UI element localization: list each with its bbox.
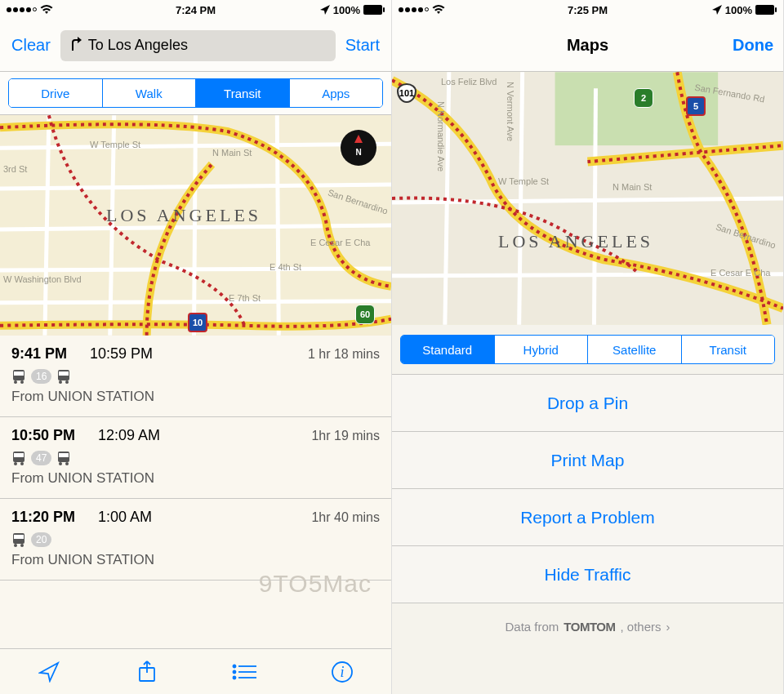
arrive-time: 10:59 PM [90,345,153,363]
svg-point-22 [14,462,17,465]
svg-rect-21 [14,453,24,457]
destination-field[interactable]: To Los Angeles [60,30,336,61]
street-label: N Main St [212,148,252,158]
svg-line-11 [277,115,278,335]
depart-time: 9:41 PM [11,345,67,363]
arrive-time: 12:09 AM [98,427,160,444]
hide-traffic-button[interactable]: Hide Traffic [392,546,783,603]
print-map-button[interactable]: Print Map [392,432,783,489]
route-item[interactable]: 11:20 PM 1:00 AM 1hr 40 mins 20 From UNI… [0,499,391,581]
depart-time: 11:20 PM [11,509,75,526]
street-label: N Normandie Ave [436,101,446,171]
settings-nav-bar: Maps Done [392,20,783,72]
svg-point-37 [234,676,236,678]
ca-route-shield-icon: 60 [355,305,375,324]
svg-rect-17 [59,371,69,376]
map-type-transit[interactable]: Transit [682,336,775,363]
svg-point-18 [59,380,62,384]
battery-percent: 100% [725,4,752,16]
svg-rect-1 [383,7,385,12]
clear-button[interactable]: Clear [7,33,56,58]
map-city-label: LOS ANGELES [498,231,653,252]
svg-point-15 [20,380,24,384]
status-bar: 7:25 PM 100% [392,0,783,20]
svg-point-14 [14,380,17,384]
screen-transit-directions: 7:24 PM 100% Clear To Los Angeles Start … [0,0,392,694]
wifi-icon [40,5,53,15]
mode-drive[interactable]: Drive [9,79,103,107]
street-label: N Vermont Ave [506,82,515,141]
street-label: W Temple St [90,140,140,149]
svg-rect-29 [14,535,24,539]
arrive-time: 1:00 AM [98,509,152,526]
route-from: From UNION STATION [11,552,380,568]
street-label: W Temple St [498,176,549,186]
bottom-toolbar: i [0,648,391,694]
bus-icon [11,369,26,384]
mode-transit[interactable]: Transit [196,79,290,107]
map-type-segmented: Standard Hybrid Satellite Transit [400,335,775,364]
report-problem-button[interactable]: Report a Problem [392,489,783,546]
bus-icon [56,451,71,465]
svg-point-26 [59,462,62,465]
map-city-label: LOS ANGELES [106,205,261,226]
cell-signal-icon [399,7,429,12]
interstate-shield-icon: 10 [188,313,207,332]
map-type-standard[interactable]: Standard [401,336,495,363]
route-badge: 47 [31,451,51,465]
transit-routes-list[interactable]: 9:41 PM 10:59 PM 1 hr 18 mins 16 From UN… [0,336,391,648]
bus-icon [11,532,26,547]
map-type-hybrid[interactable]: Hybrid [495,336,589,363]
nav-title: Maps [452,36,723,55]
street-label: E Cesar E Cha [310,238,370,247]
transport-mode-segmented-wrap: Drive Walk Transit Apps [0,72,391,115]
route-badge: 16 [31,369,51,384]
map-preview[interactable]: LOS ANGELES 3rd St W Temple St N Main St… [0,115,391,336]
svg-point-19 [65,380,69,384]
svg-rect-0 [363,5,382,15]
list-button[interactable] [228,656,261,688]
ca-route-shield-icon: 2 [634,88,653,108]
compass-icon[interactable]: N [341,130,376,166]
svg-rect-41 [755,5,774,15]
info-button[interactable]: i [326,656,359,688]
street-label: Los Feliz Blvd [441,77,497,87]
transport-mode-segmented: Drive Walk Transit Apps [8,78,383,108]
bus-icon [11,451,26,465]
route-item[interactable]: 10:50 PM 12:09 AM 1hr 19 mins 47 From UN… [0,417,391,499]
done-button[interactable]: Done [728,33,777,58]
location-icon [320,5,330,15]
drop-pin-button[interactable]: Drop a Pin [392,375,783,432]
street-label: E Cesar E Cha [710,268,770,278]
route-duration: 1hr 40 mins [311,510,380,525]
route-item[interactable]: 9:41 PM 10:59 PM 1 hr 18 mins 16 From UN… [0,336,391,417]
data-attribution[interactable]: Data from TOMTOM , others › [392,603,783,649]
map-preview[interactable]: LOS ANGELES W Temple St N Main St E Cesa… [392,72,783,325]
battery-icon [363,5,385,15]
share-button[interactable] [131,656,163,688]
turn-arrow-icon [69,36,82,55]
mode-apps[interactable]: Apps [290,79,383,107]
attribution-prefix: Data from [506,620,559,634]
start-button[interactable]: Start [341,33,385,58]
street-label: E 4th St [270,262,301,272]
locate-me-button[interactable] [33,656,65,688]
map-type-satellite[interactable]: Satellite [588,336,682,363]
mode-walk[interactable]: Walk [103,79,197,107]
svg-point-23 [20,462,24,465]
status-bar: 7:24 PM 100% [0,0,391,20]
svg-point-30 [14,544,17,547]
status-time: 7:25 PM [568,4,608,16]
route-from: From UNION STATION [11,470,380,487]
wifi-icon [432,5,445,15]
svg-point-33 [234,665,236,667]
route-duration: 1 hr 18 mins [308,347,380,362]
tomtom-logo: TOMTOM [564,620,615,634]
screen-map-settings: 7:25 PM 100% Maps Done [392,0,784,694]
interstate-shield-icon: 5 [686,96,706,116]
chevron-right-icon: › [666,620,670,634]
svg-point-27 [65,462,69,465]
route-badge: 20 [31,532,51,547]
battery-icon [755,5,777,15]
directions-nav-bar: Clear To Los Angeles Start [0,20,391,72]
